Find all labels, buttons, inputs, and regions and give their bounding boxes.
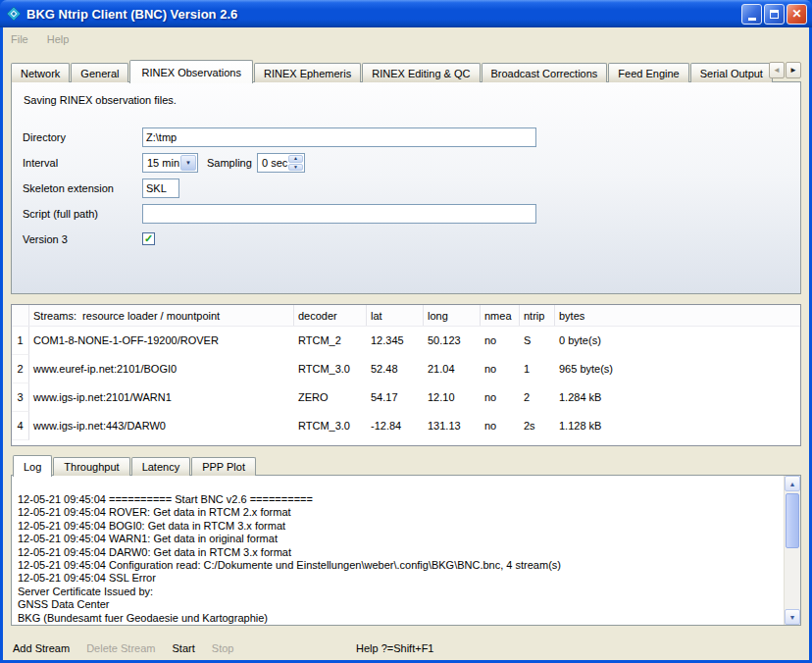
tab-bar: Network General RINEX Observations RINEX… — [11, 58, 801, 82]
version3-label: Version 3 — [23, 230, 68, 249]
cell-ntrip: 2s — [520, 412, 555, 440]
cell-bytes: 965 byte(s) — [555, 355, 800, 383]
tab-feed-engine[interactable]: Feed Engine — [608, 63, 688, 82]
log-line: BKG (Bundesamt fuer Geodaesie und Kartog… — [18, 612, 780, 625]
log-panel: 12-05-21 09:45:04 ========== Start BNC v… — [11, 475, 801, 626]
header-decoder: decoder — [294, 305, 367, 326]
right-arrow-icon: ► — [789, 66, 797, 75]
close-icon: ✕ — [791, 8, 801, 20]
log-line: 12-05-21 09:45:04 ROVER: Get data in RTC… — [18, 506, 780, 519]
scroll-down-button[interactable]: ▼ — [785, 609, 800, 625]
tab-log[interactable]: Log — [13, 455, 52, 477]
skeleton-extension-input[interactable] — [142, 178, 179, 198]
cell-mountpoint: COM1-8-NONE-1-OFF-19200/ROVER — [29, 327, 294, 355]
log-line: Server Certificate Issued by: — [18, 586, 780, 598]
maximize-icon — [770, 10, 779, 19]
scroll-up-icon: ▲ — [789, 481, 796, 487]
cell-lat: 54.17 — [367, 383, 424, 412]
header-row-number — [12, 305, 29, 326]
menu-help[interactable]: Help — [47, 33, 70, 45]
tab-rinex-observations[interactable]: RINEX Observations — [129, 60, 252, 83]
log-output: 12-05-21 09:45:04 ========== Start BNC v… — [12, 476, 784, 625]
panel-description: Saving RINEX observation files. — [24, 94, 177, 106]
streams-table: Streams: resource loader / mountpoint de… — [11, 304, 801, 446]
row-number: 4 — [12, 412, 29, 440]
tab-serial-output[interactable]: Serial Output — [690, 63, 773, 82]
cell-ntrip: 1 — [520, 355, 555, 383]
tab-scroll-left-button[interactable]: ◄ — [769, 62, 785, 78]
cell-decoder: RTCM_2 — [294, 327, 367, 355]
tab-rinex-editing-qc[interactable]: RINEX Editing & QC — [362, 63, 480, 82]
row-number: 1 — [12, 327, 29, 355]
minimize-icon — [748, 18, 756, 21]
tab-throughput[interactable]: Throughput — [53, 457, 129, 476]
interval-select[interactable]: 15 min ▼ — [142, 153, 198, 173]
table-row[interactable]: 3 www.igs-ip.net:2101/WARN1 ZERO 54.17 1… — [12, 383, 800, 412]
log-line: 12-05-21 09:45:04 ========== Start BNC v… — [18, 493, 780, 506]
script-path-input[interactable] — [142, 204, 536, 224]
cell-long: 131.13 — [424, 412, 481, 440]
minimize-button[interactable] — [741, 4, 762, 25]
version3-checkbox[interactable]: ✓ — [142, 232, 155, 245]
log-scrollbar[interactable]: ▲ ▼ — [784, 476, 800, 625]
interval-label: Interval — [23, 153, 58, 173]
scrollbar-thumb[interactable] — [786, 493, 799, 548]
streams-table-header: Streams: resource loader / mountpoint de… — [12, 305, 800, 327]
window-controls: ✕ — [741, 4, 812, 25]
down-arrow-icon: ▼ — [293, 165, 298, 170]
scroll-up-button[interactable]: ▲ — [785, 476, 800, 491]
table-row[interactable]: 1 COM1-8-NONE-1-OFF-19200/ROVER RTCM_2 1… — [12, 327, 800, 355]
checkmark-icon: ✓ — [143, 233, 154, 244]
tab-ppp-plot[interactable]: PPP Plot — [191, 457, 256, 476]
log-line: 12-05-21 09:45:04 Configuration read: C:… — [18, 559, 780, 572]
sampling-increment-button[interactable]: ▲ — [288, 155, 303, 163]
interval-dropdown-button[interactable]: ▼ — [180, 155, 196, 171]
row-number: 3 — [12, 383, 29, 412]
tab-general[interactable]: General — [71, 63, 128, 82]
sampling-spinner: ▲ ▼ — [288, 155, 303, 171]
cell-mountpoint: www.igs-ip.net:443/DARW0 — [29, 412, 294, 440]
table-row[interactable]: 4 www.igs-ip.net:443/DARW0 RTCM_3.0 -12.… — [12, 412, 800, 440]
tab-rinex-ephemeris[interactable]: RINEX Ephemeris — [254, 63, 361, 82]
app-icon — [6, 6, 22, 22]
cell-nmea: no — [481, 383, 520, 412]
sampling-decrement-button[interactable]: ▼ — [288, 164, 303, 172]
cell-long: 50.123 — [424, 327, 481, 355]
delete-stream-button[interactable]: Delete Stream — [86, 642, 155, 654]
maximize-button[interactable] — [764, 4, 785, 25]
log-line: 12-05-21 09:45:04 DARW0: Get data in RTC… — [18, 546, 780, 559]
tab-scroll-right-button[interactable]: ► — [786, 62, 801, 78]
stop-button[interactable]: Stop — [212, 642, 234, 654]
tab-network[interactable]: Network — [11, 63, 70, 82]
table-row[interactable]: 2 www.euref-ip.net:2101/BOGI0 RTCM_3.0 5… — [12, 355, 800, 383]
close-button[interactable]: ✕ — [787, 4, 807, 25]
script-path-label: Script (full path) — [23, 204, 98, 224]
header-ntrip: ntrip — [520, 305, 555, 326]
sampling-spinbox[interactable]: 0 sec ▲ ▼ — [257, 153, 305, 173]
cell-lat: 52.48 — [367, 355, 424, 383]
cell-long: 12.10 — [424, 383, 481, 412]
rinex-observations-panel: Saving RINEX observation files. Director… — [11, 81, 801, 294]
window-title: BKG Ntrip Client (BNC) Version 2.6 — [26, 7, 237, 22]
up-arrow-icon: ▲ — [293, 156, 298, 161]
log-line: 12-05-21 09:45:04 WARN1: Get data in ori… — [18, 533, 780, 545]
cell-nmea: no — [481, 412, 520, 440]
menu-file[interactable]: File — [11, 33, 28, 45]
tab-broadcast-corrections[interactable]: Broadcast Corrections — [482, 63, 608, 82]
row-number: 2 — [12, 355, 29, 383]
client-area: File Help Network General RINEX Observat… — [3, 27, 809, 660]
start-button[interactable]: Start — [173, 642, 195, 654]
directory-input[interactable] — [142, 128, 536, 147]
cell-bytes: 1.128 kB — [555, 412, 800, 440]
action-bar: Add Stream Delete Stream Start Stop Help… — [13, 637, 799, 660]
cell-decoder: RTCM_3.0 — [294, 412, 367, 440]
bottom-tab-bar: Log Throughput Latency PPP Plot — [13, 453, 257, 476]
add-stream-button[interactable]: Add Stream — [13, 642, 70, 654]
header-mountpoint: Streams: resource loader / mountpoint — [29, 305, 294, 326]
tab-latency[interactable]: Latency — [131, 457, 191, 476]
cell-ntrip: S — [520, 327, 555, 355]
cell-bytes: 0 byte(s) — [555, 327, 800, 355]
cell-mountpoint: www.euref-ip.net:2101/BOGI0 — [29, 355, 294, 383]
left-arrow-icon: ◄ — [773, 66, 781, 75]
title-bar[interactable]: BKG Ntrip Client (BNC) Version 2.6 ✕ — [0, 0, 812, 27]
